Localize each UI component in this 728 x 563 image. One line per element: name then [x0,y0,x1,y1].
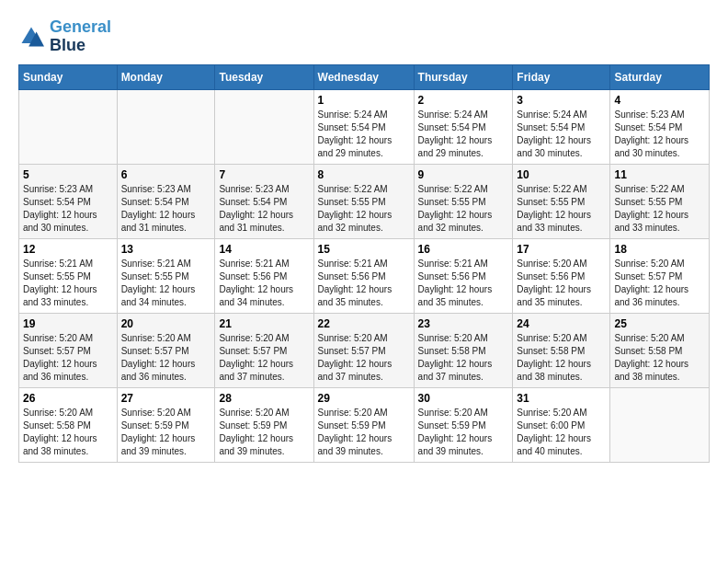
day-info: Sunrise: 5:20 AM Sunset: 5:59 PM Dayligh… [121,407,211,458]
calendar-cell: 8Sunrise: 5:22 AM Sunset: 5:55 PM Daylig… [313,164,414,238]
calendar-cell: 12Sunrise: 5:21 AM Sunset: 5:55 PM Dayli… [19,238,118,313]
week-row-3: 12Sunrise: 5:21 AM Sunset: 5:55 PM Dayli… [19,238,710,313]
calendar-cell: 20Sunrise: 5:20 AM Sunset: 5:57 PM Dayli… [117,313,215,387]
logo: General Blue [18,18,111,55]
day-number: 8 [318,168,410,181]
day-number: 7 [219,168,309,181]
calendar-cell: 23Sunrise: 5:20 AM Sunset: 5:58 PM Dayli… [414,313,513,387]
day-info: Sunrise: 5:24 AM Sunset: 5:54 PM Dayligh… [517,109,606,160]
day-number: 2 [418,94,509,107]
day-info: Sunrise: 5:20 AM Sunset: 5:59 PM Dayligh… [418,407,509,458]
day-info: Sunrise: 5:20 AM Sunset: 5:58 PM Dayligh… [517,332,606,384]
day-number: 16 [418,243,509,256]
calendar-cell: 1Sunrise: 5:24 AM Sunset: 5:54 PM Daylig… [313,89,414,164]
day-number: 10 [517,168,606,181]
day-info: Sunrise: 5:20 AM Sunset: 5:56 PM Dayligh… [517,258,606,309]
calendar-table: SundayMondayTuesdayWednesdayThursdayFrid… [18,64,710,463]
day-info: Sunrise: 5:20 AM Sunset: 5:57 PM Dayligh… [614,258,705,309]
calendar-cell: 10Sunrise: 5:22 AM Sunset: 5:55 PM Dayli… [513,164,610,238]
calendar-cell [117,89,215,164]
day-number: 22 [318,317,410,330]
calendar-cell: 7Sunrise: 5:23 AM Sunset: 5:54 PM Daylig… [215,164,313,238]
day-info: Sunrise: 5:20 AM Sunset: 5:57 PM Dayligh… [121,332,211,384]
day-info: Sunrise: 5:21 AM Sunset: 5:56 PM Dayligh… [418,258,509,309]
day-number: 12 [23,243,113,256]
day-number: 1 [318,94,410,107]
calendar-cell: 5Sunrise: 5:23 AM Sunset: 5:54 PM Daylig… [19,164,118,238]
calendar-cell: 25Sunrise: 5:20 AM Sunset: 5:58 PM Dayli… [610,313,710,387]
day-number: 20 [121,317,211,330]
day-info: Sunrise: 5:24 AM Sunset: 5:54 PM Dayligh… [318,109,410,160]
day-number: 25 [614,317,705,330]
day-number: 30 [418,392,509,405]
day-number: 19 [23,317,113,330]
day-header-wednesday: Wednesday [313,64,414,89]
calendar-cell [19,89,118,164]
day-info: Sunrise: 5:23 AM Sunset: 5:54 PM Dayligh… [23,183,113,235]
week-row-5: 26Sunrise: 5:20 AM Sunset: 5:58 PM Dayli… [19,387,710,462]
calendar-cell: 29Sunrise: 5:20 AM Sunset: 5:59 PM Dayli… [313,387,414,462]
calendar-cell: 28Sunrise: 5:20 AM Sunset: 5:59 PM Dayli… [215,387,313,462]
day-info: Sunrise: 5:24 AM Sunset: 5:54 PM Dayligh… [418,109,509,160]
calendar-cell: 2Sunrise: 5:24 AM Sunset: 5:54 PM Daylig… [414,89,513,164]
day-info: Sunrise: 5:20 AM Sunset: 5:59 PM Dayligh… [318,407,410,458]
calendar-cell: 3Sunrise: 5:24 AM Sunset: 5:54 PM Daylig… [513,89,610,164]
day-info: Sunrise: 5:23 AM Sunset: 5:54 PM Dayligh… [219,183,309,235]
calendar-cell: 19Sunrise: 5:20 AM Sunset: 5:57 PM Dayli… [19,313,118,387]
day-info: Sunrise: 5:21 AM Sunset: 5:55 PM Dayligh… [23,258,113,309]
day-number: 29 [318,392,410,405]
day-info: Sunrise: 5:22 AM Sunset: 5:55 PM Dayligh… [614,183,705,235]
calendar-cell: 18Sunrise: 5:20 AM Sunset: 5:57 PM Dayli… [610,238,710,313]
calendar-cell: 26Sunrise: 5:20 AM Sunset: 5:58 PM Dayli… [19,387,118,462]
day-info: Sunrise: 5:23 AM Sunset: 5:54 PM Dayligh… [121,183,211,235]
day-info: Sunrise: 5:21 AM Sunset: 5:55 PM Dayligh… [121,258,211,309]
calendar-cell [215,89,313,164]
calendar-cell [610,387,710,462]
day-number: 3 [517,94,606,107]
logo-text: General Blue [50,18,111,55]
day-info: Sunrise: 5:20 AM Sunset: 6:00 PM Dayligh… [517,407,606,458]
day-number: 15 [318,243,410,256]
day-number: 21 [219,317,309,330]
day-number: 4 [614,94,705,107]
calendar-cell: 22Sunrise: 5:20 AM Sunset: 5:57 PM Dayli… [313,313,414,387]
day-info: Sunrise: 5:20 AM Sunset: 5:57 PM Dayligh… [23,332,113,384]
day-number: 5 [23,168,113,181]
day-header-monday: Monday [117,64,215,89]
day-info: Sunrise: 5:22 AM Sunset: 5:55 PM Dayligh… [418,183,509,235]
calendar-cell: 15Sunrise: 5:21 AM Sunset: 5:56 PM Dayli… [313,238,414,313]
day-info: Sunrise: 5:20 AM Sunset: 5:58 PM Dayligh… [614,332,705,384]
day-info: Sunrise: 5:21 AM Sunset: 5:56 PM Dayligh… [219,258,309,309]
day-info: Sunrise: 5:22 AM Sunset: 5:55 PM Dayligh… [517,183,606,235]
week-row-4: 19Sunrise: 5:20 AM Sunset: 5:57 PM Dayli… [19,313,710,387]
calendar-cell: 4Sunrise: 5:23 AM Sunset: 5:54 PM Daylig… [610,89,710,164]
day-header-saturday: Saturday [610,64,710,89]
day-number: 9 [418,168,509,181]
day-number: 13 [121,243,211,256]
day-number: 31 [517,392,606,405]
day-number: 23 [418,317,509,330]
day-info: Sunrise: 5:20 AM Sunset: 5:58 PM Dayligh… [418,332,509,384]
day-number: 14 [219,243,309,256]
day-number: 27 [121,392,211,405]
day-header-friday: Friday [513,64,610,89]
day-number: 26 [23,392,113,405]
day-info: Sunrise: 5:20 AM Sunset: 5:58 PM Dayligh… [23,407,113,458]
day-info: Sunrise: 5:21 AM Sunset: 5:56 PM Dayligh… [318,258,410,309]
day-info: Sunrise: 5:20 AM Sunset: 5:57 PM Dayligh… [219,332,309,384]
day-header-sunday: Sunday [19,64,118,89]
day-number: 28 [219,392,309,405]
calendar-header: SundayMondayTuesdayWednesdayThursdayFrid… [19,64,710,89]
day-header-thursday: Thursday [414,64,513,89]
calendar-cell: 30Sunrise: 5:20 AM Sunset: 5:59 PM Dayli… [414,387,513,462]
day-number: 24 [517,317,606,330]
calendar-cell: 11Sunrise: 5:22 AM Sunset: 5:55 PM Dayli… [610,164,710,238]
day-number: 17 [517,243,606,256]
calendar-cell: 9Sunrise: 5:22 AM Sunset: 5:55 PM Daylig… [414,164,513,238]
day-header-tuesday: Tuesday [215,64,313,89]
day-info: Sunrise: 5:22 AM Sunset: 5:55 PM Dayligh… [318,183,410,235]
calendar-cell: 24Sunrise: 5:20 AM Sunset: 5:58 PM Dayli… [513,313,610,387]
day-number: 11 [614,168,705,181]
calendar-cell: 21Sunrise: 5:20 AM Sunset: 5:57 PM Dayli… [215,313,313,387]
calendar-cell: 13Sunrise: 5:21 AM Sunset: 5:55 PM Dayli… [117,238,215,313]
